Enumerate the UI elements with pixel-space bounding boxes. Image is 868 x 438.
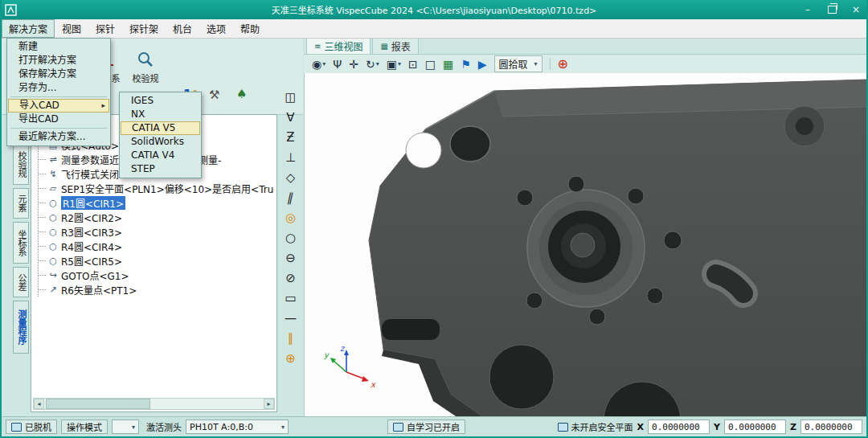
menu-machine[interactable]: 机台 [166,19,199,38]
submenu-arrow-icon: ▸ [101,100,105,112]
hammer-tool[interactable]: ⚒ [209,88,219,102]
rotate-button[interactable]: ↻▾ [366,58,379,71]
point-feature-icon[interactable]: ⊥ [281,147,300,167]
menu-item-recent-solutions[interactable]: 最近解决方案... [8,130,109,144]
chevron-down-icon: ▾ [398,60,401,68]
active-probe-label: 激活测头 [146,420,182,433]
submenu-item-iges[interactable]: IGES [121,94,200,108]
tree-row-circle-r3[interactable]: ○R3圆<CIR3> [39,224,274,239]
tree-icon: ♠ [236,87,247,101]
goto-flag-button[interactable]: ⚑ [461,58,471,71]
rotate-icon: ↻ [366,58,375,71]
circle2-feature-icon[interactable]: ○ [281,227,300,248]
sidetab-elements[interactable]: 元素 [13,188,29,219]
tree-row-goto-point[interactable]: ↪GOTO点<G1> [39,268,274,282]
round-slot-feature-icon[interactable]: ⊘ [281,268,300,288]
magnifier-icon [137,60,154,71]
select-window-button[interactable]: □ [425,58,436,71]
chevron-down-icon: ▾ [376,60,379,68]
cylinder-feature-icon[interactable]: Ƶ [281,127,300,147]
circle-feature-icon[interactable]: ◎ [281,207,300,227]
menu-view[interactable]: 视图 [55,19,88,38]
tree-row-safety-plane[interactable]: ▱SEP1安全平面<PLN1>偏移<10>是否启用<True> [39,181,274,195]
tree-row-circle-r2[interactable]: ○R2圆<CIR2> [39,210,274,224]
view-cube-button[interactable]: ▣▾ [387,58,401,71]
operation-mode-select[interactable]: ▾ [112,420,139,434]
target-feature-icon[interactable]: ⊕ [281,348,300,368]
scrollbar-thumb[interactable] [46,399,150,409]
offline-status-button[interactable]: 已脱机 [6,420,57,434]
menu-item-new[interactable]: 新建 [8,40,109,54]
sidetab-tolerance[interactable]: 公差 [13,267,29,297]
submenu-item-catia-v4[interactable]: CATIA V4 [121,149,200,162]
cone-feature-icon[interactable]: ∀ [281,107,300,127]
scroll-left-icon[interactable]: ◂ [34,399,44,409]
datum-target-button[interactable]: ⊕ [558,56,568,72]
self-learn-status-button[interactable]: 自学习已开启 [387,420,465,434]
tree-row-circle-r4[interactable]: ○R4圆<CIR4> [39,239,274,253]
sidetab-gauge[interactable]: 校验规 [13,143,29,185]
menu-probe-rack[interactable]: 探针架 [122,19,166,38]
probe-display-button[interactable]: Ψ [333,58,342,71]
snapshot-button[interactable]: ▦ [443,58,453,71]
goto-icon: ↪ [47,270,59,280]
view-toolbar: ◉▾ Ψ ✛ ↻▾ ▣▾ ⊡ □ ▦ ⚑ ▶ 圆拾取▾ ⊕ [304,55,866,74]
tree-horizontal-scrollbar[interactable]: ◂ ▸ [33,398,275,410]
chevron-down-icon: ▾ [132,424,135,431]
3d-viewport[interactable]: z y x [304,73,866,416]
vector-point-icon: ↗ [47,284,59,295]
menu-item-save-solution[interactable]: 保存解决方案 [8,68,109,81]
axes-triad: z y x [324,344,376,389]
menu-help[interactable]: 帮助 [233,19,267,38]
restore-button[interactable] [820,0,844,19]
tree-tool[interactable]: ♠ [236,87,247,101]
chevron-down-icon: ▾ [322,60,326,68]
menu-item-export-cad[interactable]: 导出CAD [8,113,109,126]
zoom-fit-button[interactable]: ⊡ [408,58,418,71]
rect-slot-feature-icon[interactable]: ▭ [281,288,300,308]
pick-mode-dropdown[interactable]: 圆拾取▾ [494,55,542,72]
window-border-left [0,0,2,438]
sphere-feature-icon[interactable]: ◇ [281,167,300,187]
menu-solution[interactable]: 解决方案 [2,19,55,38]
menu-options[interactable]: 选项 [199,19,233,38]
parallel-feature-icon[interactable]: ∥ [281,328,300,348]
safety-plane-icon [558,423,568,432]
submenu-item-solidworks[interactable]: SolidWorks [121,135,200,149]
app-window: 天准三坐标系统 VispecCube 2024 <C:\Users\jiaosi… [0,0,868,438]
plane-feature-icon[interactable]: ◫ [281,87,300,107]
view-mode-button[interactable]: ◉▾ [312,58,326,71]
submenu-item-step[interactable]: STEP [121,162,200,176]
submenu-item-catia-v5[interactable]: CATIA V5 [121,121,200,135]
tree-row-circle-r1[interactable]: ○R1圆<CIR1> [39,195,274,210]
tab-3d-view[interactable]: ≡三维视图 [306,37,371,54]
menu-item-open-solution[interactable]: 打开解决方案 [8,54,109,68]
active-probe-select[interactable]: PH10T A:0,B:0▾ [186,420,289,434]
svg-text:x: x [371,380,376,389]
probe-icon: Ψ [333,58,342,71]
sidetab-measure-program[interactable]: 测量程序 [13,301,29,354]
close-button[interactable]: × [844,0,868,19]
circle-icon: ○ [47,198,59,208]
y-axis-label: Y [714,422,720,432]
minimize-button[interactable]: – [796,0,820,19]
eye-icon: ◉ [312,58,321,71]
submenu-item-nx[interactable]: NX [121,108,200,121]
angle-feature-icon[interactable]: ∥ [279,187,301,207]
sidetab-coordsys[interactable]: 坐标系 [13,222,29,264]
machine-icon [11,423,22,432]
menu-item-import-cad[interactable]: 导入CAD▸ [8,99,109,113]
image-icon: ▦ [443,58,453,71]
tree-row-circle-r5[interactable]: ○R5圆<CIR5> [39,253,274,268]
run-button[interactable]: ▶ [478,58,487,71]
plane-icon: ▱ [47,183,59,194]
tree-row-vector-point[interactable]: ↗R6矢量点<PT1> [39,282,274,297]
pan-button[interactable]: ✛ [349,58,358,71]
gauge-check-tool[interactable]: 校验规 [127,51,164,84]
scroll-right-icon[interactable]: ▸ [264,399,274,409]
menu-probe[interactable]: 探针 [88,19,122,38]
menu-item-save-as[interactable]: 另存为... [8,81,109,95]
tab-report[interactable]: ▦报表 [372,37,418,54]
ellipse-feature-icon[interactable]: ⊖ [281,248,300,268]
line-feature-icon[interactable]: — [281,308,300,328]
